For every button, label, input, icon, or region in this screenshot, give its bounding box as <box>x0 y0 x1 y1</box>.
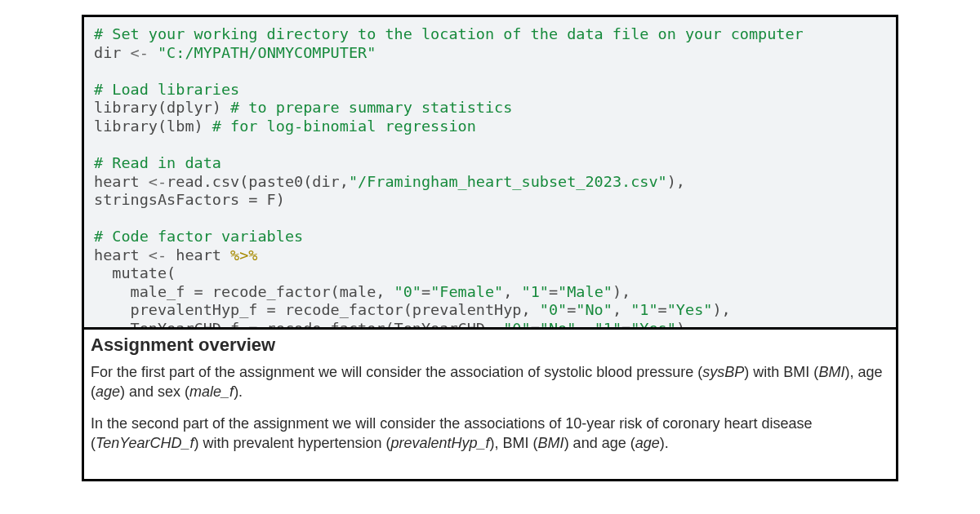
code-string: "No" <box>540 320 577 327</box>
code-text: = <box>567 301 576 318</box>
assignment-paragraph-2: In the second part of the assignment we … <box>91 414 889 454</box>
code-comment: # Read in data <box>94 154 221 171</box>
code-text: stringsAsFactors = F) <box>94 191 285 208</box>
code-text: , <box>503 283 521 300</box>
assignment-overview: Assignment overview For the first part o… <box>84 327 896 479</box>
code-text: ) <box>676 320 685 327</box>
code-string: "1" <box>630 301 657 318</box>
var-tenyearchd-f: TenYearCHD_f <box>96 435 194 451</box>
code-string: "Yes" <box>630 320 676 327</box>
document-frame: # Set your working directory to the loca… <box>82 15 898 481</box>
code-text: = <box>658 301 667 318</box>
code-text <box>149 44 158 61</box>
code-text: = <box>421 283 430 300</box>
code-operator: <- <box>149 246 167 264</box>
code-comment: # Set your working directory to the loca… <box>94 25 804 42</box>
code-text: = <box>549 283 558 300</box>
code-text: dir <box>94 44 131 61</box>
p2-text: ), BMI ( <box>490 435 538 451</box>
var-age: age <box>96 383 120 400</box>
var-male-f: male_f <box>189 383 234 400</box>
var-bmi: BMI <box>818 364 844 380</box>
var-bmi: BMI <box>538 435 564 451</box>
assignment-heading: Assignment overview <box>91 335 889 356</box>
code-text: heart <box>94 173 149 190</box>
code-text: mutate( <box>94 264 176 281</box>
p1-text: For the first part of the assignment we … <box>91 364 702 380</box>
var-prevalenthyp-f: prevalentHyp_f <box>391 435 490 451</box>
code-text: TenYearCHD_f = recode_factor(TenYearCHD, <box>94 320 503 327</box>
code-text: library(dplyr) <box>94 99 230 116</box>
code-comment: # to prepare summary statistics <box>230 99 512 116</box>
code-comment: # Code factor variables <box>94 228 303 245</box>
p1-text: ) and sex ( <box>120 383 189 400</box>
code-string: "1" <box>595 320 621 327</box>
code-text: = <box>531 320 540 327</box>
code-text: ), <box>667 173 685 190</box>
code-text: heart <box>167 246 230 264</box>
code-text: heart <box>94 246 149 264</box>
code-block: # Set your working directory to the loca… <box>84 17 896 327</box>
code-string: "Male" <box>558 283 612 300</box>
code-comment: # for log-binomial regression <box>212 117 476 135</box>
code-string: "C:/MYPATH/ONMYCOMPUTER" <box>158 44 376 61</box>
code-operator: <- <box>131 44 149 61</box>
code-text: ), <box>712 301 730 318</box>
code-text: male_f = recode_factor(male, <box>94 283 394 300</box>
p2-text: ). <box>660 435 669 451</box>
code-text: read.csv(paste0(dir, <box>167 173 349 190</box>
code-pipe: %>% <box>230 246 257 264</box>
var-age: age <box>635 435 660 451</box>
assignment-paragraph-1: For the first part of the assignment we … <box>91 362 889 402</box>
p1-text: ). <box>234 383 243 400</box>
code-string: "Female" <box>430 283 503 300</box>
code-string: "0" <box>394 283 421 300</box>
var-sysbp: sysBP <box>702 364 744 380</box>
p2-text: ) with prevalent hypertension ( <box>194 435 390 451</box>
p1-text: ) with BMI ( <box>744 364 818 380</box>
code-string: "/Framingham_heart_subset_2023.csv" <box>349 173 667 190</box>
code-text: , <box>612 301 630 318</box>
code-text: prevalentHyp_f = recode_factor(prevalent… <box>94 301 540 318</box>
code-text: , <box>576 320 594 327</box>
code-string: "Yes" <box>667 301 713 318</box>
code-string: "1" <box>522 283 549 300</box>
code-string: "0" <box>540 301 567 318</box>
code-text: = <box>621 320 630 327</box>
code-text: ), <box>612 283 630 300</box>
code-string: "0" <box>503 320 530 327</box>
p2-text: ) and age ( <box>564 435 635 451</box>
code-comment: # Load libraries <box>94 81 239 98</box>
code-text: library(lbm) <box>94 117 212 135</box>
code-string: "No" <box>576 301 612 318</box>
code-operator: <- <box>149 173 167 190</box>
